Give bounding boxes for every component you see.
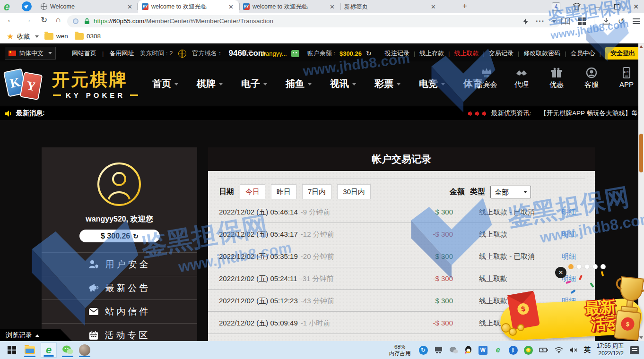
site-home-link[interactable]: 网站首页 bbox=[72, 49, 96, 58]
nav-item[interactable]: 彩票 bbox=[374, 77, 400, 90]
apps-grid-icon[interactable] bbox=[578, 17, 586, 25]
language-selector[interactable]: 简体中文 bbox=[5, 47, 56, 60]
back-button[interactable]: ← bbox=[7, 15, 15, 25]
favorites-label[interactable]: 收藏 bbox=[17, 33, 30, 41]
nav-item[interactable]: 棋牌 bbox=[197, 77, 223, 90]
launcher-icon[interactable] bbox=[22, 1, 32, 11]
forward-button[interactable]: → bbox=[24, 15, 32, 25]
download-icon[interactable] bbox=[602, 17, 610, 25]
theme-skin-icon[interactable] bbox=[573, 3, 581, 10]
vip-club-button[interactable]: VIP 贵宾会 bbox=[474, 67, 499, 89]
antivirus-tray-icon[interactable]: + bbox=[524, 346, 533, 355]
backup-site-link[interactable]: 备用网址 bbox=[109, 49, 134, 58]
app-download-button[interactable]: APP APP bbox=[614, 67, 639, 89]
wechat-tray-icon[interactable] bbox=[449, 346, 458, 354]
reading-mode-icon[interactable] bbox=[561, 17, 570, 25]
scrollbar-thumb[interactable] bbox=[639, 134, 643, 172]
bluetooth-tray-icon[interactable]: ᛒ bbox=[509, 346, 518, 355]
qq-tray-icon[interactable] bbox=[464, 346, 472, 355]
nav-item[interactable]: 电竞 bbox=[419, 77, 445, 90]
monitor-tray-icon[interactable] bbox=[434, 346, 443, 354]
sidebar-item-user-security[interactable]: 用户安全 bbox=[42, 252, 197, 276]
restore-button[interactable] bbox=[614, 4, 619, 9]
link-bet-records[interactable]: 投注记录 bbox=[385, 49, 409, 58]
taskbar-photo-app[interactable] bbox=[77, 342, 93, 358]
nav-item[interactable]: 视讯 bbox=[330, 77, 356, 90]
refresh-balance-icon[interactable] bbox=[366, 50, 372, 57]
notification-center-icon[interactable] bbox=[630, 346, 639, 354]
scroll-up-arrow[interactable] bbox=[639, 45, 643, 48]
tab-close-icon[interactable]: ✕ bbox=[429, 3, 437, 10]
link-change-password[interactable]: 修改取款密码 bbox=[523, 49, 560, 58]
input-language[interactable]: 英 bbox=[584, 346, 591, 354]
sidebar-item-announcements[interactable]: 最新公告 bbox=[42, 276, 197, 299]
agent-button[interactable]: 代理 bbox=[509, 67, 534, 89]
tab-close-icon[interactable]: ✕ bbox=[126, 3, 134, 10]
detail-link[interactable]: 明细 bbox=[562, 201, 576, 223]
wifi-tray-icon[interactable] bbox=[555, 347, 563, 353]
link-deposit[interactable]: 线上存款 bbox=[419, 49, 444, 58]
address-bar[interactable]: https://60p55.com/MemberCenter/#/MemberC… bbox=[67, 15, 561, 27]
tab-welcome-cn-2[interactable]: KY welcome to 欢迎光临 ✕ bbox=[239, 0, 340, 13]
taskbar-wechat[interactable] bbox=[60, 342, 76, 358]
date-filter-button[interactable]: 昨日 bbox=[271, 184, 296, 199]
browse-history-tab[interactable]: 浏览记录 bbox=[0, 329, 72, 341]
dropdown-chevron-icon[interactable] bbox=[552, 20, 556, 23]
reload-button[interactable]: ↻ bbox=[41, 15, 47, 25]
folder-icon[interactable] bbox=[44, 33, 53, 40]
carousel-dot[interactable] bbox=[600, 264, 606, 269]
bookmark-folder-wen[interactable]: wen bbox=[56, 33, 68, 40]
detail-link[interactable]: 明细 bbox=[562, 223, 576, 245]
favorites-caret-icon[interactable] bbox=[35, 35, 39, 38]
more-options-icon[interactable] bbox=[536, 17, 545, 26]
sidebar-item-messages[interactable]: 站内信件 bbox=[42, 299, 197, 323]
tab-count-badge[interactable]: 4 bbox=[552, 2, 560, 11]
taskbar-browser-active[interactable]: e bbox=[41, 342, 57, 358]
ie-tray-icon[interactable]: e bbox=[494, 346, 503, 355]
browser-logo-icon[interactable]: e bbox=[4, 0, 10, 13]
tab-welcome-cn-active[interactable]: KY welcome to 欢迎光临 ✕ bbox=[138, 0, 239, 13]
carousel-dot[interactable] bbox=[576, 264, 582, 269]
bookmark-folder-0308[interactable]: 0308 bbox=[87, 33, 101, 40]
taskbar-file-explorer[interactable] bbox=[22, 342, 38, 358]
carousel-dot[interactable] bbox=[584, 264, 590, 269]
promo-banner[interactable]: $ 最新 活动 $ bbox=[496, 270, 644, 341]
customer-service-button[interactable]: 客服 bbox=[579, 67, 604, 89]
volume-muted-tray-icon[interactable] bbox=[569, 347, 578, 353]
w-app-tray-icon[interactable]: W bbox=[479, 346, 487, 355]
link-member-center[interactable]: 会员中心 bbox=[571, 49, 595, 58]
promotions-button[interactable]: 优惠 bbox=[544, 67, 569, 89]
tab-close-icon[interactable]: ✕ bbox=[328, 3, 336, 10]
carousel-dot[interactable] bbox=[568, 264, 574, 269]
link-withdraw[interactable]: 线上取款 bbox=[454, 49, 479, 58]
promo-close-button[interactable] bbox=[555, 267, 566, 278]
message-chat-icon[interactable] bbox=[291, 50, 299, 57]
refresh-balance-icon[interactable] bbox=[133, 232, 139, 240]
carousel-dot[interactable] bbox=[592, 264, 598, 269]
home-button[interactable]: ⌂ bbox=[56, 15, 61, 25]
tracker-shield-icon[interactable] bbox=[73, 18, 78, 24]
battery-tray-icon[interactable] bbox=[539, 347, 548, 353]
menu-hamburger-icon[interactable] bbox=[633, 18, 640, 24]
date-filter-button[interactable]: 30日内 bbox=[337, 184, 371, 199]
date-filter-button[interactable]: 7日内 bbox=[302, 184, 331, 199]
type-select[interactable]: 全部 bbox=[490, 186, 531, 198]
nav-item[interactable]: 电子 bbox=[241, 77, 267, 90]
date-filter-button[interactable]: 今日 bbox=[240, 184, 265, 199]
nav-item[interactable]: 首页 bbox=[152, 77, 178, 90]
minimize-button[interactable] bbox=[593, 3, 602, 10]
link-transactions[interactable]: 交易记录 bbox=[489, 49, 513, 58]
taskbar-clock[interactable]: 17:55 周五 2022/12/2 bbox=[597, 342, 624, 357]
logout-button[interactable]: 安全登出 bbox=[605, 47, 640, 60]
folder-icon[interactable] bbox=[75, 33, 84, 40]
tab-welcome[interactable]: Welcome ✕ bbox=[37, 0, 138, 13]
tab-new-page[interactable]: 新标签页 ✕ bbox=[340, 0, 441, 13]
undo-history-icon[interactable]: ↺ bbox=[618, 17, 625, 26]
favorites-star-icon[interactable]: ★ bbox=[7, 32, 14, 42]
new-tab-button[interactable] bbox=[460, 1, 470, 12]
lightning-icon[interactable] bbox=[523, 18, 528, 25]
nav-item[interactable]: 捕鱼 bbox=[286, 77, 312, 90]
start-button[interactable] bbox=[8, 346, 16, 354]
sync-tray-icon[interactable]: ↻ bbox=[419, 346, 428, 355]
close-window-button[interactable] bbox=[632, 3, 640, 10]
